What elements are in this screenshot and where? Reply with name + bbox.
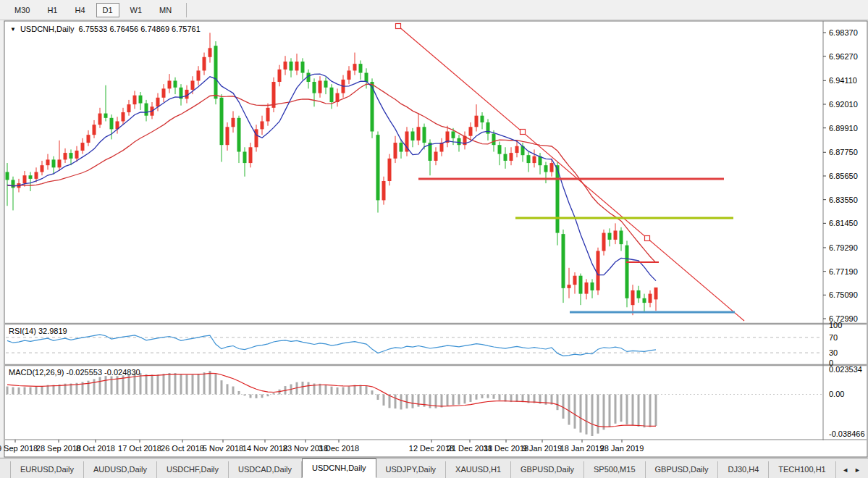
svg-text:28 Sep 2018: 28 Sep 2018: [36, 444, 81, 453]
svg-text:6.92010: 6.92010: [829, 100, 858, 109]
tab-sp500-m15[interactable]: SP500,M15: [584, 461, 645, 478]
toolbar-separator: [186, 3, 187, 17]
timeframe-button-m30[interactable]: M30: [8, 3, 36, 17]
support-line-blue[interactable]: [570, 311, 735, 314]
svg-text:6.98370: 6.98370: [829, 28, 858, 37]
timeframe-button-w1[interactable]: W1: [124, 3, 149, 17]
tab-dj30-h4[interactable]: DJ30,H4: [718, 461, 769, 478]
trendline-handle[interactable]: [396, 24, 401, 29]
svg-text:6.79290: 6.79290: [829, 243, 858, 252]
chart-canvas[interactable]: 6.983706.962706.941106.920106.899106.877…: [0, 0, 868, 478]
svg-text:6.81450: 6.81450: [829, 219, 858, 227]
svg-text:6.77190: 6.77190: [829, 267, 858, 276]
svg-text:30: 30: [829, 348, 838, 357]
svg-text:6.83550: 6.83550: [829, 196, 858, 204]
chart-title: ▼USDCNH,Daily 6.75533 6.76456 6.74869 6.…: [10, 25, 201, 33]
svg-text:3 Dec 2018: 3 Dec 2018: [319, 444, 359, 453]
tab-usdchf-daily[interactable]: USDCHF,Daily: [157, 461, 229, 478]
tab-scroll-right-icon[interactable]: ►: [854, 466, 861, 474]
tab-usdcad-daily[interactable]: USDCAD,Daily: [229, 461, 302, 478]
short-red-segment[interactable]: [626, 261, 659, 263]
svg-text:0.00: 0.00: [829, 390, 844, 398]
tab-tech100-h1[interactable]: TECH100,H1: [769, 461, 835, 478]
svg-text:9 Jan 2019: 9 Jan 2019: [523, 444, 562, 453]
tab-scroll-left-icon[interactable]: ◄: [842, 466, 848, 474]
application-window: 6.983706.962706.941106.920106.899106.877…: [0, 0, 868, 478]
timeframe-button-mn[interactable]: MN: [153, 3, 178, 17]
svg-text:28 Jan 2019: 28 Jan 2019: [600, 444, 644, 453]
resistance-line-red[interactable]: [418, 178, 724, 180]
timeframe-button-h4[interactable]: H4: [68, 3, 91, 17]
svg-text:5 Nov 2018: 5 Nov 2018: [203, 444, 243, 453]
svg-text:14 Nov 2018: 14 Nov 2018: [243, 444, 287, 453]
svg-text:6.87750: 6.87750: [829, 148, 858, 156]
chart-tab-bar: EURUSD,Daily AUDUSD,Daily USDCHF,Daily U…: [0, 458, 868, 478]
chart-symbol-label: USDCNH,Daily: [20, 25, 75, 33]
timeframe-button-d1[interactable]: D1: [96, 3, 119, 17]
tab-xauusd-h1[interactable]: XAUUSD,H1: [446, 461, 511, 478]
svg-text:70: 70: [829, 333, 838, 342]
tab-usdcnh-daily[interactable]: USDCNH,Daily: [302, 458, 376, 478]
svg-text:17 Oct 2018: 17 Oct 2018: [118, 444, 161, 453]
tab-usdjpy-daily[interactable]: USDJPY,Daily: [376, 461, 447, 478]
svg-text:6.94110: 6.94110: [829, 76, 857, 85]
timeframe-button-h1[interactable]: H1: [41, 3, 64, 17]
tab-gbpusd-daily[interactable]: GBPUSD,Daily: [511, 461, 584, 478]
rsi-indicator-label: RSI(14) 32.9819: [9, 327, 67, 335]
svg-text:-0.038466: -0.038466: [829, 429, 865, 438]
chevron-down-icon[interactable]: ▼: [10, 26, 16, 33]
svg-text:100: 100: [829, 321, 842, 330]
svg-text:26 Oct 2018: 26 Oct 2018: [161, 444, 204, 453]
svg-text:18 Jan 2019: 18 Jan 2019: [560, 444, 604, 453]
timeframe-toolbar: M30 H1 H4 D1 W1 MN: [0, 0, 868, 20]
macd-indicator-label: MACD(12,26,9) -0.025553 -0.024830: [9, 368, 140, 377]
svg-text:6.96270: 6.96270: [829, 52, 858, 61]
level-line-olive[interactable]: [515, 217, 733, 219]
svg-text:8 Oct 2018: 8 Oct 2018: [76, 444, 115, 453]
chart-ohlc-quotes: 6.75533 6.76456 6.74869 6.75761: [79, 25, 201, 33]
trendline-handle[interactable]: [645, 236, 650, 241]
svg-text:6.85650: 6.85650: [829, 172, 858, 180]
svg-text:19 Sep 2018: 19 Sep 2018: [0, 444, 38, 453]
tab-eurusd-daily[interactable]: EURUSD,Daily: [10, 461, 84, 478]
svg-text:6.89910: 6.89910: [829, 124, 858, 133]
svg-text:6.75090: 6.75090: [829, 290, 858, 299]
tab-audusd-daily[interactable]: AUDUSD,Daily: [84, 461, 157, 478]
tab-gbpusd-daily-2[interactable]: GBPUSD,Daily: [646, 461, 719, 478]
trendline-handle[interactable]: [521, 130, 526, 135]
svg-text:0.023534: 0.023534: [829, 365, 862, 374]
